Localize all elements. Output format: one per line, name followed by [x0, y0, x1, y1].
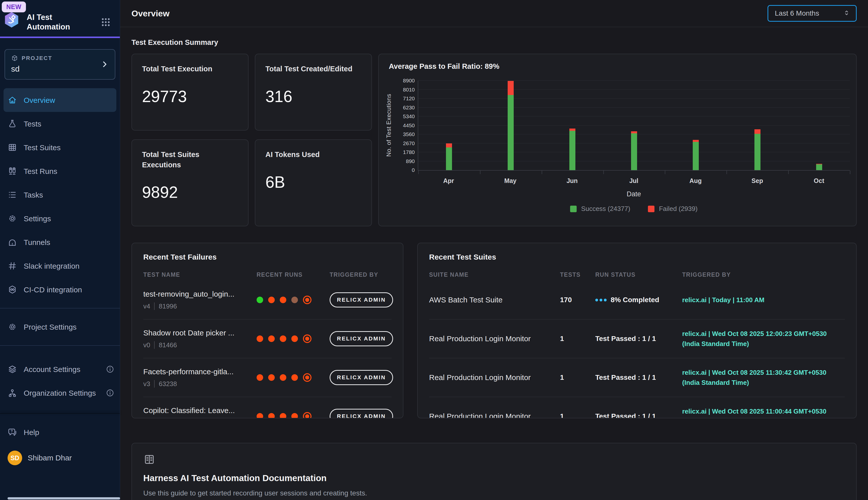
suite-row[interactable]: Real Production Login Monitor1Test Passe…: [429, 358, 845, 397]
run-status-dot-failed[interactable]: [257, 413, 263, 418]
test-name: Copilot: Classified: Leave...: [143, 406, 254, 415]
bar-jul[interactable]: [631, 131, 637, 170]
run-status-dot-failed[interactable]: [257, 336, 263, 342]
test-version-id: v481996: [143, 303, 257, 310]
run-status-dot-failed[interactable]: [305, 337, 309, 341]
divider: [0, 308, 120, 308]
sidebar-item-label: CI-CD integration: [24, 284, 114, 295]
run-status-dot-failed[interactable]: [268, 297, 275, 303]
bar-aug[interactable]: [693, 140, 699, 170]
chart-column-jun: [542, 81, 603, 170]
recent-runs-dots: [257, 413, 330, 418]
chart-title: Average Pass to Fail Ratio: 89%: [389, 62, 499, 70]
run-status-dot-passed[interactable]: [257, 297, 263, 303]
suite-row[interactable]: Real Production Login Monitor1Test Passe…: [429, 319, 845, 358]
bar-oct[interactable]: [816, 164, 822, 170]
horizontal-scrollbar-thumb[interactable]: [8, 497, 120, 500]
run-status-dot-failed[interactable]: [268, 336, 275, 342]
suite-name: Real Production Login Monitor: [429, 334, 560, 343]
info-icon[interactable]: [106, 365, 114, 374]
run-status-dot-failed[interactable]: [305, 414, 309, 418]
run-status-dot-failed[interactable]: [268, 374, 275, 381]
sidebar-item-label: Tests: [24, 118, 114, 129]
date-range-select[interactable]: Last 6 Months: [767, 5, 857, 22]
triggered-by-link[interactable]: relicx.ai | Wed Oct 08 2025 12:00:23 GMT…: [682, 329, 845, 349]
sidebar-item-overview[interactable]: Overview: [3, 88, 116, 112]
sidebar-item-label: Test Runs: [24, 166, 114, 177]
bar-sep[interactable]: [754, 129, 761, 170]
sidebar-item-label: Organization Settings: [24, 387, 99, 399]
sidebar-item-tunnels[interactable]: Tunnels: [0, 230, 120, 254]
layers-icon: [8, 364, 17, 374]
triggered-by-link[interactable]: relicx.ai | Today | 11:00 AM: [682, 295, 845, 305]
docs-description: Use this guide to get started recording …: [143, 489, 845, 497]
docs-title: Harness AI Test Automation Documentation: [143, 473, 845, 483]
org-icon: [8, 388, 17, 398]
x-tick-label: May: [479, 177, 541, 184]
run-status-dot-failed[interactable]: [280, 297, 286, 303]
failure-row[interactable]: test-removing_auto_login...v481996RELICX…: [143, 281, 391, 319]
run-status-dot-failed[interactable]: [280, 374, 286, 381]
triggered-by-button[interactable]: RELICX ADMIN: [330, 370, 393, 385]
suite-row[interactable]: AWS Batch Test Suite1708% Completedrelic…: [429, 281, 845, 319]
bar-may[interactable]: [508, 81, 514, 170]
sidebar-item-test-suites[interactable]: Test Suites: [0, 136, 120, 159]
failure-row[interactable]: Shadow root Date picker ...v081466RELICX…: [143, 319, 391, 358]
chart-column-jul: [603, 81, 665, 170]
run-status-dot-failed[interactable]: [280, 413, 286, 418]
runs-icon: [8, 166, 17, 176]
bar-apr[interactable]: [446, 144, 452, 170]
run-status-dot-failed[interactable]: [305, 298, 309, 302]
suite-tests-count: 1: [560, 335, 595, 343]
run-status-dot-failed[interactable]: [257, 374, 263, 381]
sidebar-item-account-settings[interactable]: Account Settings: [0, 357, 120, 381]
book-icon: [143, 453, 155, 465]
triggered-by-button[interactable]: RELICX ADMIN: [330, 292, 393, 307]
triggered-by-button[interactable]: RELICX ADMIN: [330, 409, 393, 418]
info-icon[interactable]: [106, 389, 114, 397]
stat-value: 6B: [266, 173, 361, 192]
run-status-dot-failed[interactable]: [291, 336, 298, 342]
y-tick-label: 2670: [403, 140, 415, 146]
sidebar-item-tests[interactable]: Tests: [0, 112, 120, 136]
app-switcher-icon[interactable]: [100, 16, 111, 28]
run-status-dot-failed[interactable]: [268, 413, 275, 418]
sidebar-item-project-settings[interactable]: Project Settings: [0, 315, 120, 339]
triggered-by-button[interactable]: RELICX ADMIN: [330, 331, 393, 346]
gear-icon: [8, 322, 17, 332]
suite-row[interactable]: Real Production Login Monitor1Test Passe…: [429, 397, 845, 418]
run-status-dot-aborted[interactable]: [291, 297, 298, 303]
sidebar-item-test-runs[interactable]: Test Runs: [0, 159, 120, 183]
sidebar-item-slack-integration[interactable]: Slack integration: [0, 254, 120, 278]
recent-test-failures-card: Recent Test Failures TEST NAMERECENT RUN…: [131, 243, 403, 418]
chart-plot-area: [418, 81, 850, 171]
help-icon: ?: [8, 428, 17, 437]
project-selector[interactable]: PROJECT sd: [4, 49, 115, 80]
run-status-dot-failed[interactable]: [280, 336, 286, 342]
cicd-icon: [8, 285, 17, 294]
bar-jun[interactable]: [570, 128, 575, 170]
sidebar-item-label: Tunnels: [24, 237, 114, 248]
run-status-dot-failed[interactable]: [291, 374, 298, 381]
chevron-up-down-icon: [843, 9, 851, 18]
failure-row[interactable]: Copilot: Classified: Leave...v663129RELI…: [143, 397, 391, 418]
sidebar-item-tasks[interactable]: Tasks: [0, 183, 120, 207]
x-tick-label: Jul: [603, 177, 665, 184]
triggered-by-link[interactable]: relicx.ai | Wed Oct 08 2025 11:00:44 GMT…: [682, 406, 845, 418]
run-status-dot-failed[interactable]: [305, 375, 309, 379]
failure-row[interactable]: Facets-performance-gitla...v363238RELICX…: [143, 358, 391, 397]
x-axis-label: Date: [418, 190, 850, 198]
pass-fail-chart-card: Average Pass to Fail Ratio: 89% No. of T…: [378, 54, 857, 226]
run-status-text: Test Passed : 1 / 1: [595, 374, 656, 382]
sidebar-nav-project: Project Settings: [0, 315, 120, 339]
stat-card-total-suite-executions: Total Test Suites Executions 9892: [131, 139, 248, 226]
triggered-by-link[interactable]: relicx.ai | Wed Oct 08 2025 11:30:42 GMT…: [682, 367, 845, 388]
sidebar-item-settings[interactable]: Settings: [0, 207, 120, 230]
docs-banner: Harness AI Test Automation Documentation…: [131, 443, 857, 500]
y-tick-label: 8010: [403, 87, 415, 93]
sidebar-item-ci-cd-integration[interactable]: CI-CD integration: [0, 278, 120, 302]
user-profile[interactable]: SD Shibam Dhar: [0, 447, 120, 469]
sidebar-item-help[interactable]: ?Help: [0, 420, 120, 444]
sidebar-item-organization-settings[interactable]: Organization Settings: [0, 381, 120, 405]
run-status-dot-failed[interactable]: [291, 413, 298, 418]
